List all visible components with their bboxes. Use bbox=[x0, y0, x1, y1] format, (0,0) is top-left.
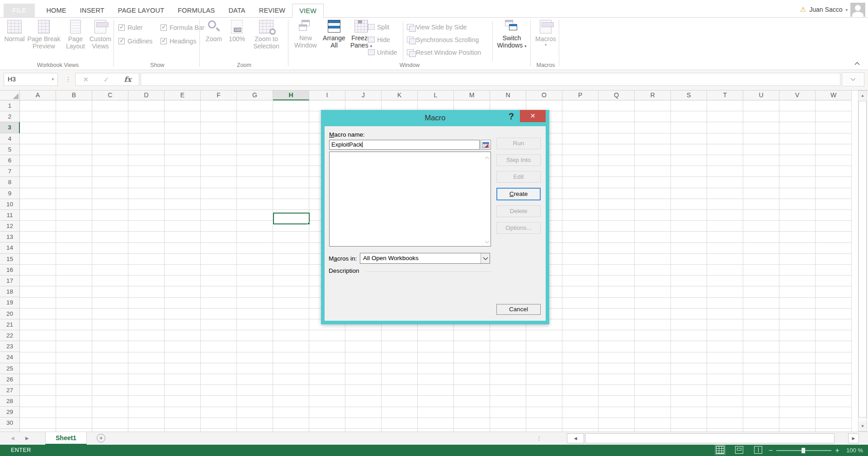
column-header-D[interactable]: D bbox=[128, 90, 165, 100]
row-header-20[interactable]: 20 bbox=[0, 309, 20, 319]
name-box-dropdown-icon[interactable]: ▾ bbox=[52, 73, 54, 86]
zoom-level[interactable]: 100 % bbox=[846, 445, 863, 456]
vertical-scrollbar[interactable]: ▲ ▼ bbox=[858, 90, 867, 432]
row-header-12[interactable]: 12 bbox=[0, 221, 20, 232]
macros-in-dropdown[interactable]: All Open Workbooks bbox=[360, 253, 490, 264]
row-header-25[interactable]: 25 bbox=[0, 363, 20, 374]
column-header-Q[interactable]: Q bbox=[599, 90, 635, 100]
confirm-entry-icon[interactable]: ✓ bbox=[104, 76, 109, 84]
row-header-27[interactable]: 27 bbox=[0, 385, 20, 396]
column-header-T[interactable]: T bbox=[707, 90, 743, 100]
account-dropdown-icon[interactable]: ▾ bbox=[845, 8, 848, 12]
sheet-nav-left-icon[interactable]: ◀ bbox=[11, 432, 14, 445]
select-all-corner[interactable] bbox=[0, 90, 20, 100]
switch-windows-button[interactable]: Switch Windows ▾ bbox=[495, 18, 528, 61]
column-header-R[interactable]: R bbox=[635, 90, 671, 100]
range-select-button[interactable] bbox=[481, 140, 491, 150]
column-header-U[interactable]: U bbox=[743, 90, 779, 100]
normal-view-button[interactable]: Normal bbox=[4, 18, 25, 61]
column-header-L[interactable]: L bbox=[418, 90, 454, 100]
hide-button[interactable]: Hide bbox=[368, 34, 397, 45]
account-area[interactable]: ⚠ Juan Sacco ▾ bbox=[800, 3, 865, 16]
vertical-scrollbar-thumb[interactable] bbox=[859, 101, 867, 418]
synchronous-scrolling-button[interactable]: Synchronous Scrolling bbox=[407, 34, 481, 45]
zoom-in-icon[interactable]: + bbox=[835, 446, 839, 455]
split-button[interactable]: Split bbox=[368, 21, 397, 33]
scroll-down-icon[interactable]: ▼ bbox=[859, 422, 867, 431]
zoom-slider-handle[interactable] bbox=[802, 448, 805, 453]
row-header-26[interactable]: 26 bbox=[0, 374, 20, 385]
edit-button[interactable]: Edit bbox=[496, 171, 541, 183]
new-window-button[interactable]: New Window bbox=[291, 18, 320, 61]
row-header-14[interactable]: 14 bbox=[0, 242, 20, 253]
formula-input[interactable] bbox=[141, 73, 840, 86]
headings-checkbox[interactable]: ✓ Headings bbox=[160, 36, 204, 47]
zoom-100-button[interactable]: →100 100% bbox=[225, 18, 249, 61]
column-header-B[interactable]: B bbox=[56, 90, 92, 100]
page-layout-status-icon[interactable] bbox=[735, 446, 743, 454]
gridlines-checkbox[interactable]: ✓ Gridlines bbox=[118, 36, 152, 47]
collapse-ribbon-button[interactable] bbox=[854, 59, 860, 67]
create-button[interactable]: Create bbox=[496, 188, 541, 200]
column-header-C[interactable]: C bbox=[92, 90, 128, 100]
column-header-W[interactable]: W bbox=[816, 90, 852, 100]
new-sheet-button[interactable]: + bbox=[97, 434, 105, 442]
row-header-4[interactable]: 4 bbox=[0, 133, 20, 144]
row-header-23[interactable]: 23 bbox=[0, 341, 20, 352]
row-header-17[interactable]: 17 bbox=[0, 276, 20, 286]
page-break-preview-button[interactable]: Page Break Preview bbox=[25, 18, 62, 61]
column-header-N[interactable]: N bbox=[490, 90, 526, 100]
column-header-O[interactable]: O bbox=[526, 90, 562, 100]
reset-window-position-button[interactable]: Reset Window Position bbox=[407, 47, 481, 58]
sheet-tab-sheet1[interactable]: Sheet1 bbox=[45, 432, 87, 445]
row-header-24[interactable]: 24 bbox=[0, 352, 20, 363]
macro-list[interactable] bbox=[329, 152, 491, 247]
horizontal-scrollbar-thumb[interactable] bbox=[585, 433, 835, 443]
custom-views-button[interactable]: Custom Views bbox=[89, 18, 112, 61]
tab-formulas[interactable]: FORMULAS bbox=[171, 4, 222, 17]
tab-data[interactable]: DATA bbox=[222, 4, 252, 17]
tab-view[interactable]: VIEW bbox=[292, 4, 324, 18]
row-header-15[interactable]: 15 bbox=[0, 254, 20, 265]
column-header-J[interactable]: J bbox=[345, 90, 382, 100]
row-header-6[interactable]: 6 bbox=[0, 155, 20, 166]
hscroll-grip-icon[interactable]: ⋮ bbox=[536, 432, 542, 445]
arrange-all-button[interactable]: Arrange All bbox=[320, 18, 348, 61]
hscroll-right-button[interactable]: ▶ bbox=[848, 433, 859, 443]
cancel-button[interactable]: Cancel bbox=[496, 304, 541, 315]
row-header-22[interactable]: 22 bbox=[0, 330, 20, 341]
row-header-11[interactable]: 11 bbox=[0, 210, 20, 221]
formula-bar-expand-button[interactable] bbox=[842, 72, 864, 86]
row-header-29[interactable]: 29 bbox=[0, 407, 20, 418]
cancel-entry-icon[interactable]: ✕ bbox=[83, 76, 89, 84]
delete-button[interactable]: Delete bbox=[496, 205, 541, 217]
options-button[interactable]: Options... bbox=[496, 222, 541, 234]
tab-review[interactable]: REVIEW bbox=[252, 4, 292, 17]
column-header-P[interactable]: P bbox=[562, 90, 599, 100]
column-header-G[interactable]: G bbox=[237, 90, 273, 100]
tab-insert[interactable]: INSERT bbox=[73, 4, 111, 17]
formula-bar-checkbox[interactable]: ✓ Formula Bar bbox=[160, 22, 204, 33]
column-header-F[interactable]: F bbox=[201, 90, 237, 100]
tab-file[interactable]: FILE bbox=[4, 4, 35, 17]
insert-function-icon[interactable]: fx bbox=[124, 75, 131, 84]
row-header-2[interactable]: 2 bbox=[0, 111, 20, 122]
zoom-button[interactable]: Zoom bbox=[203, 18, 225, 61]
column-header-A[interactable]: A bbox=[20, 90, 56, 100]
column-header-H[interactable]: H bbox=[273, 90, 309, 100]
row-header-16[interactable]: 16 bbox=[0, 265, 20, 276]
page-layout-view-button[interactable]: Page Layout bbox=[62, 18, 89, 61]
column-header-V[interactable]: V bbox=[779, 90, 816, 100]
row-header-5[interactable]: 5 bbox=[0, 144, 20, 155]
tab-home[interactable]: HOME bbox=[39, 4, 73, 17]
step-into-button[interactable]: Step Into bbox=[496, 154, 541, 166]
row-header-13[interactable]: 13 bbox=[0, 232, 20, 242]
row-header-7[interactable]: 7 bbox=[0, 166, 20, 177]
row-header-9[interactable]: 9 bbox=[0, 188, 20, 199]
row-header-30[interactable]: 30 bbox=[0, 418, 20, 428]
name-box[interactable]: H3 ▾ bbox=[4, 73, 58, 86]
dialog-title[interactable]: Macro bbox=[321, 110, 549, 126]
row-header-10[interactable]: 10 bbox=[0, 199, 20, 210]
dropdown-chevron-icon[interactable] bbox=[481, 253, 490, 263]
zoom-out-icon[interactable]: − bbox=[769, 446, 773, 455]
